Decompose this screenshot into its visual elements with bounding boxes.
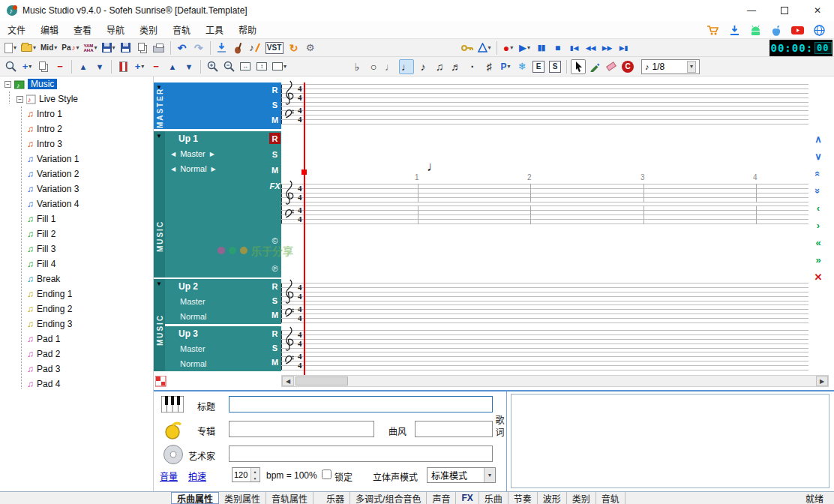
grid-tool-icon[interactable] [155,376,166,387]
track-header-up3[interactable]: Up 3 Master Normal R S M [165,326,281,371]
tab-rhythm[interactable]: 节奏 [508,492,538,504]
mode-selector[interactable]: Normal [165,309,268,324]
pa-style-button[interactable]: Pa♪▾ [60,40,80,56]
scroll-left-button[interactable]: ◀ [282,376,294,386]
nav-page-up-button[interactable]: « [811,166,826,181]
mute-toggle[interactable]: M [269,164,280,176]
nav-close-button[interactable]: ✕ [811,269,826,284]
tree-item-pad-2[interactable]: ♫Pad 2 [0,346,153,362]
up2-staff-system[interactable]: 44 44 [281,283,808,323]
prev-icon[interactable]: ◀ [171,151,176,158]
spin-up-icon[interactable]: ▲ [251,468,259,475]
instrument-button[interactable] [231,40,246,56]
print-button[interactable] [152,40,166,56]
menu-category[interactable]: 类别 [132,21,165,39]
tempo-link[interactable]: 拍速 [188,470,206,482]
collapse-triangle-icon[interactable]: ▼ [156,133,162,140]
tab-song-properties[interactable]: 乐曲属性 [171,492,219,504]
rewind-button[interactable]: ◀◀ [584,40,598,56]
pause-button[interactable]: ▮▮ [534,40,549,56]
mode-selector[interactable]: Normal [165,356,268,371]
track-down-button[interactable]: ▼ [182,59,196,74]
tree-item-pad-4[interactable]: ♫Pad 4 [0,376,153,392]
up3-staff-system[interactable]: 44 44 [281,330,808,370]
tree-item-pad-3[interactable]: ♫Pad 3 [0,362,153,376]
sixteenth-note-button[interactable]: ♬ [448,59,464,74]
properties-tool-button[interactable]: P▾ [498,59,513,74]
redo-button[interactable]: ↷ [191,40,206,56]
tree-group-live-style[interactable]: − ♪ Live Style [0,92,153,106]
fit-height-button[interactable]: ↕ [254,59,269,74]
download-icon[interactable] [729,25,740,36]
remove-category-button[interactable]: − [52,59,68,74]
tree-root-music[interactable]: − ♪ Music [0,76,153,92]
playhead-marker[interactable] [302,170,307,175]
tree-item-break[interactable]: ♫Break [0,272,153,286]
tree-item-variation-4[interactable]: ♫Variation 4 [0,196,153,212]
tree-item-fill-3[interactable]: ♫Fill 3 [0,242,153,256]
dot-button[interactable]: · [465,59,480,74]
master-staff-system[interactable]: 44 44 [281,84,808,124]
collapse-triangle-icon[interactable]: ▼ [156,280,162,287]
mode-selector[interactable]: ◀ Normal ▶ [165,161,268,176]
tree-item-fill-4[interactable]: ♫Fill 4 [0,256,153,272]
track-up-button[interactable]: ▲ [165,59,180,74]
tree-item-variation-2[interactable]: ♫Variation 2 [0,166,153,182]
tree-item-intro-2[interactable]: ♫Intro 2 [0,122,153,136]
master-solo-toggle[interactable]: S [269,99,280,110]
tree-item-intro-3[interactable]: ♫Intro 3 [0,136,153,152]
record-button[interactable]: ●▾ [501,40,516,56]
menu-navigate[interactable]: 导航 [99,21,132,39]
scrollbar-thumb[interactable] [296,376,348,386]
master-record-toggle[interactable]: R [269,84,280,95]
tab-category-properties[interactable]: 类别属性 [219,492,266,504]
up1-staff-system[interactable]: 1 2 3 4 44 44 [281,184,808,224]
tempo-stepper[interactable]: ▲▼ [232,467,260,482]
phonogram-icon[interactable]: ℗ [269,264,280,273]
record-toggle[interactable]: R [269,280,280,292]
tree-item-variation-1[interactable]: ♫Variation 1 [0,152,153,166]
track-list-button[interactable] [116,59,130,74]
menu-tools[interactable]: 工具 [198,21,231,39]
track-header-up2[interactable]: Up 2 Master Normal R S M [165,279,281,324]
title-input[interactable] [229,396,493,412]
mute-toggle[interactable]: M [269,309,280,320]
record-toggle[interactable]: R [269,328,280,339]
next-icon[interactable]: ▶ [212,166,216,172]
youtube-icon[interactable] [791,26,804,35]
zoom-out-button[interactable] [221,59,236,74]
android-icon[interactable] [750,25,761,36]
tab-waveform[interactable]: 波形 [538,492,567,504]
event-list-button[interactable]: E [531,59,546,74]
maximize-button[interactable] [768,0,801,21]
tab-track-properties[interactable]: 音轨属性 [266,492,314,504]
nav-left-button[interactable]: ‹ [811,200,826,215]
tab-fx[interactable]: FX [456,492,478,504]
close-button[interactable]: ✕ [801,0,834,21]
solo-toggle[interactable]: S [269,342,280,353]
volume-link[interactable]: 音量 [160,470,178,482]
nav-page-down-button[interactable]: » [811,183,826,198]
stop-button[interactable]: ■ [550,40,566,56]
forward-button[interactable]: ▶▶ [600,40,615,56]
fx-button[interactable]: FX [269,180,280,191]
track-name[interactable]: Up 3 [165,326,268,341]
freeze-button[interactable]: ❄ [514,59,530,74]
tree-item-pad-1[interactable]: ♫Pad 1 [0,332,153,346]
shop-cart-icon[interactable] [706,25,719,36]
move-up-button[interactable]: ▲ [76,59,91,74]
nav-start-button[interactable]: « [811,235,826,250]
collapse-icon[interactable]: − [4,81,11,88]
refresh-button[interactable]: ↻ [286,40,302,56]
undo-button[interactable]: ↶ [175,40,190,56]
tree-item-fill-2[interactable]: ♫Fill 2 [0,226,153,242]
score-note[interactable]: ♩ [427,159,440,175]
duplicate-button[interactable] [135,40,150,56]
stereo-mode-select[interactable]: 标准模式 ▼ [427,467,496,483]
go-start-button[interactable]: ▮◀ [567,40,582,56]
duplicate-category-button[interactable] [36,59,51,74]
chord-tool-button[interactable]: C [620,59,635,74]
master-mute-toggle[interactable]: M [269,114,280,125]
beamed-notes-button[interactable]: ♫ [432,59,447,74]
minimize-button[interactable]: — [735,0,768,21]
